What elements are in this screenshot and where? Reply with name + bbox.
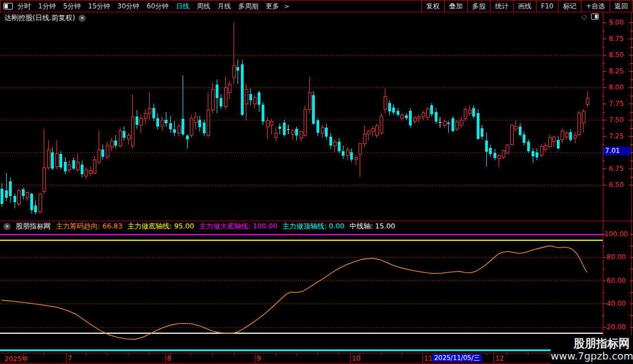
month-label-12: 12 — [495, 354, 504, 362]
title-row-icons: ◇ — [581, 13, 599, 20]
month-label-11: 11 — [424, 354, 432, 362]
cursor-date-badge: 2025/11/05/三 — [432, 354, 482, 362]
chart-canvas[interactable] — [0, 0, 633, 364]
indicator-axis-label: 80.00 — [601, 253, 631, 261]
indicator-header: ▾ 股朋指标网 主力筹码趋向: 66.83主力做底轴线: 95.00主力做大底轴… — [0, 222, 395, 231]
indicator-axis-label: 60.00 — [601, 277, 631, 284]
date-axis: 2025年 2025/11/05/三 789101112 — [0, 353, 631, 363]
indicator-field: 主力筹码趋向: 66.83 — [56, 222, 123, 231]
price-axis-label: 9.00 — [601, 18, 631, 26]
indicator-chevron-down-icon[interactable]: ▾ — [3, 223, 11, 230]
price-axis-label: 7.50 — [601, 116, 631, 124]
price-axis-label: 8.75 — [601, 35, 631, 43]
indicator-field: 中线轴: 15.00 — [350, 222, 395, 231]
indicator-axis-label: 100.00 — [601, 230, 631, 238]
month-label-8: 8 — [167, 354, 171, 362]
watermark-site-name: 股朋指标网 — [551, 337, 630, 350]
indicator-source-label: 股朋指标网 — [16, 222, 51, 231]
panel-toggle-icon[interactable] — [591, 13, 599, 20]
watermark: 股朋指标网 www.7gpzb.com — [551, 335, 633, 364]
indicator-axis-label: 20.00 — [601, 323, 631, 331]
month-label-7: 7 — [68, 354, 72, 362]
title-chevron-down-icon[interactable]: ▾ — [78, 15, 86, 22]
price-axis-label: 7.25 — [601, 132, 631, 140]
price-axis-label: 8.25 — [601, 67, 631, 75]
cursor-price-badge: 7.01 — [603, 147, 631, 155]
price-axis-label: 8.00 — [601, 83, 631, 91]
diamond-icon[interactable]: ◇ — [581, 13, 587, 20]
trading-app-window: 分时1分钟5分钟15分钟30分钟60分钟日线周线月线多周期更多> 复权叠加多股统… — [0, 0, 633, 364]
chart-title-row: 达刚控股(日线.前复权) ▾ — [4, 13, 86, 23]
indicator-axis-label: 40.00 — [601, 300, 631, 307]
month-label-9: 9 — [257, 354, 261, 362]
price-axis-label: 7.75 — [601, 100, 631, 108]
price-axis-label: 6.50 — [601, 181, 631, 189]
price-axis-label: 6.75 — [601, 165, 631, 172]
indicator-field: 主力做顶轴线: 0.00 — [282, 222, 345, 231]
month-label-10: 10 — [352, 354, 360, 362]
watermark-site-url: www.7gpzb.com — [551, 350, 630, 362]
year-label: 2025年 — [4, 354, 29, 364]
price-axis-label: 8.50 — [601, 51, 631, 59]
indicator-field: 主力做底轴线: 95.00 — [127, 222, 194, 231]
indicator-field: 主力做大底轴线: 100.00 — [199, 222, 277, 231]
chart-title: 达刚控股(日线.前复权) — [4, 13, 75, 23]
